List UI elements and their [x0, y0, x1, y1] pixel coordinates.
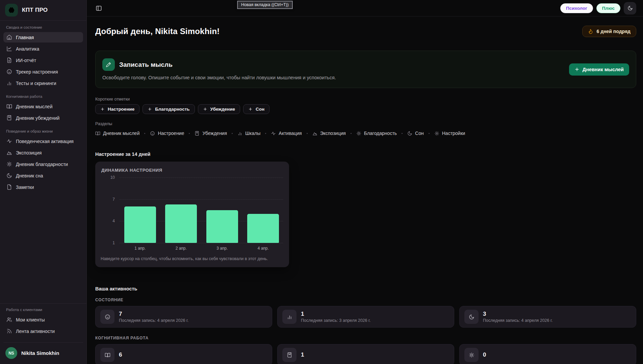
profile-name: Nikita Simokhin — [21, 350, 59, 356]
sun-icon — [6, 161, 12, 167]
quick-mark-chip[interactable]: Настроение — [95, 104, 139, 114]
sidebar-section-label: Сводка и состояние — [3, 25, 83, 29]
theme-toggle-button[interactable] — [624, 2, 636, 15]
flame-icon — [588, 29, 593, 34]
bar-chart-icon — [6, 80, 12, 86]
gear-icon — [434, 131, 439, 136]
sidebar-item-book-marked[interactable]: Дневник убеждений — [3, 113, 83, 123]
stat-card-book-open[interactable]: 6 — [95, 344, 272, 364]
mountain-icon — [6, 150, 12, 156]
sidebar-item-users[interactable]: Мои клиенты — [3, 314, 83, 325]
chart-footnote: Наведите курсор на столбец, чтобы вспомн… — [101, 256, 284, 261]
section-link-smile[interactable]: Настроение — [150, 131, 184, 136]
chip-label: Убеждение — [210, 107, 235, 112]
rss-icon — [6, 328, 12, 334]
section-link-book-open[interactable]: Дневник мыслей — [95, 131, 139, 136]
sidebar-item-mountain[interactable]: Экспозиция — [3, 147, 83, 158]
sidebar-item-smile[interactable]: Трекер настроения — [3, 66, 83, 77]
section-link-sun[interactable]: Благодарность — [356, 131, 397, 136]
moon-icon — [6, 173, 12, 178]
chip-label: Настроение — [108, 107, 134, 112]
chart-title: ДИНАМИКА НАСТРОЕНИЯ — [101, 168, 284, 173]
smile-icon — [6, 69, 12, 75]
sidebar-item-book-open[interactable]: Дневник мыслей — [3, 101, 83, 112]
sidebar-item-activity[interactable]: Поведенческая активация — [3, 136, 83, 146]
thought-diary-button[interactable]: Дневник мыслей — [569, 63, 629, 76]
mood-bar[interactable] — [124, 206, 156, 243]
main-area: Психолог Плюс Добрый день, Nikita Simokh… — [87, 0, 643, 364]
sidebar-item-chart-line[interactable]: Аналитика — [3, 44, 83, 54]
sidebar-item-file[interactable]: Заметки — [3, 182, 83, 192]
separator-dot — [265, 133, 266, 134]
plus-button[interactable]: Плюс — [596, 3, 620, 13]
chart-x-tick: 4 апр. — [243, 246, 284, 251]
separator-dot — [232, 133, 233, 134]
stat-card-book-marked[interactable]: 1 — [277, 344, 454, 364]
sidebar-item-label: Дневник благодарности — [16, 162, 68, 167]
brain-icon — [5, 4, 18, 17]
separator-dot — [307, 133, 308, 134]
browser-tooltip: Новая вкладка ((Ctrl+T)) — [237, 1, 292, 9]
stat-caption: Последняя запись: 4 апреля 2026 г. — [483, 318, 552, 323]
separator-dot — [144, 133, 145, 134]
separator-dot — [189, 133, 190, 134]
page-title: Добрый день, Nikita Simokhin! — [95, 27, 220, 36]
quick-mark-chip[interactable]: Убеждение — [198, 104, 240, 114]
sidebar-toggle-button[interactable] — [94, 3, 104, 13]
section-link-book-marked[interactable]: Убеждения — [195, 131, 227, 136]
app-logo: КПТ ПРО — [0, 0, 86, 21]
sidebar-item-home[interactable]: Главная — [3, 32, 83, 43]
quick-mark-chip[interactable]: Сон — [243, 104, 269, 114]
chart-x-tick: 1 апр. — [120, 246, 161, 251]
chart-plot: 10741 — [101, 177, 284, 243]
chart-y-tick: 1 — [112, 241, 115, 245]
sidebar-item-sun[interactable]: Дневник благодарности — [3, 159, 83, 169]
plus-icon — [148, 107, 152, 111]
app-window: КПТ ПРО Сводка и состояниеГлавнаяАналити… — [0, 0, 643, 364]
streak-badge: 6 дней подряд — [582, 26, 636, 37]
smile-icon — [100, 310, 114, 324]
plus-icon — [574, 67, 580, 72]
stat-card-moon[interactable]: 3Последняя запись: 4 апреля 2026 г. — [459, 306, 636, 328]
section-link-moon[interactable]: Сон — [407, 131, 424, 136]
sidebar-group: Сводка и состояниеГлавнаяАналитикаИИ-отч… — [3, 25, 83, 88]
chart-y-axis: 10741 — [101, 177, 120, 243]
stat-card-sun[interactable]: 0 — [459, 344, 636, 364]
mood-bar[interactable] — [206, 210, 238, 243]
section-link-gear[interactable]: Настройки — [434, 131, 465, 136]
profile-menu[interactable]: NS Nikita Simokhin — [3, 342, 83, 364]
mood-bar[interactable] — [165, 204, 197, 243]
stat-card-smile[interactable]: 7Последняя запись: 4 апреля 2026 г. — [95, 306, 272, 328]
bar-chart-icon — [282, 310, 297, 324]
sidebar-section-label: Работа с клиентами — [3, 308, 83, 312]
section-link-label: Настроение — [158, 131, 184, 136]
stat-card-bar-chart[interactable]: 1Последняя запись: 3 апреля 2026 г. — [277, 306, 454, 328]
psychologist-button[interactable]: Психолог — [560, 3, 593, 13]
sidebar-item-rss[interactable]: Лента активности — [3, 326, 83, 336]
sidebar-item-bar-chart[interactable]: Тесты и скрининги — [3, 78, 83, 88]
chart-x-labels: 1 апр.2 апр.3 апр.4 апр. — [120, 246, 284, 251]
book-open-icon — [100, 348, 114, 362]
quick-mark-chip[interactable]: Благодарность — [143, 104, 195, 114]
sections-label: Разделы — [95, 121, 636, 126]
stat-text: 1Последняя запись: 3 апреля 2026 г. — [301, 311, 370, 323]
sidebar-item-moon[interactable]: Дневник сна — [3, 170, 83, 181]
stat-value: 3 — [483, 311, 552, 317]
section-link-label: Убеждения — [202, 131, 227, 136]
section-link-bar-chart[interactable]: Шкалы — [237, 131, 260, 136]
stat-text: 0 — [483, 352, 486, 358]
stat-value: 0 — [483, 352, 486, 358]
section-link-mountain[interactable]: Экспозиция — [312, 131, 346, 136]
plus-icon — [203, 107, 207, 111]
thought-diary-button-label: Дневник мыслей — [583, 67, 624, 72]
sidebar-item-file-text[interactable]: ИИ-отчёт — [3, 55, 83, 65]
sidebar-section-label: Поведение и образ жизни — [3, 129, 83, 133]
stat-text: 3Последняя запись: 4 апреля 2026 г. — [483, 311, 552, 323]
section-link-activity[interactable]: Активация — [271, 131, 302, 136]
sidebar-group: Когнитивная работаДневник мыслейДневник … — [3, 94, 83, 123]
activity-icon — [6, 138, 12, 144]
mood-bar[interactable] — [247, 214, 279, 243]
avatar: NS — [5, 347, 17, 359]
capture-thought-card: Записать мысль Освободите голову. Опишит… — [95, 51, 636, 88]
greeting-row: Добрый день, Nikita Simokhin! 6 дней под… — [95, 26, 636, 37]
